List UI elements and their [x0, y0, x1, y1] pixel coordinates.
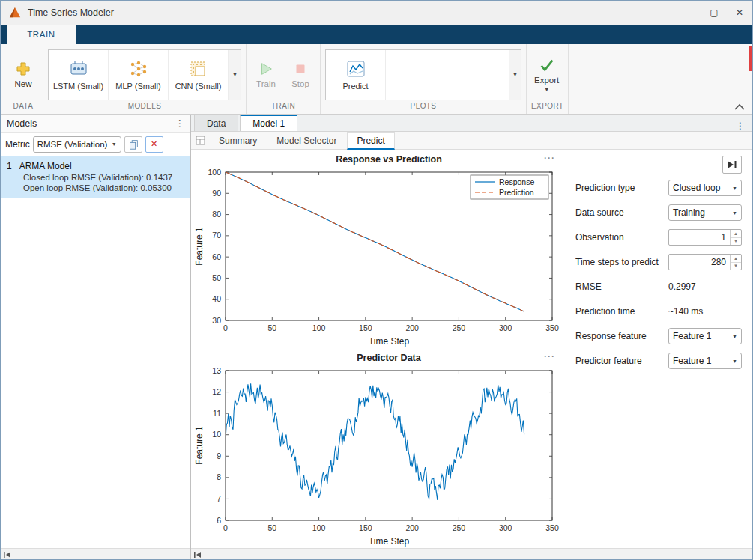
svg-text:40: 40 [212, 294, 221, 303]
subtab-predict[interactable]: Predict [347, 132, 394, 150]
prediction-type-select[interactable]: Closed loop ▼ [668, 180, 742, 196]
metric-select[interactable]: RMSE (Validation) ▼ [33, 136, 121, 153]
collapse-ribbon-button[interactable] [733, 102, 746, 112]
chevron-down-icon: ▼ [512, 72, 518, 77]
prediction-type-value: Closed loop [673, 183, 720, 193]
group-data: New DATA [4, 44, 43, 114]
spin-down-icon[interactable]: ▼ [731, 263, 741, 270]
lstm-icon [69, 59, 88, 79]
svg-text:100: 100 [312, 523, 326, 532]
svg-text:Feature 1: Feature 1 [194, 227, 205, 266]
metric-select-value: RMSE (Validation) [37, 140, 108, 149]
gallery-item-predict[interactable]: Predict [326, 50, 386, 100]
minimize-button[interactable]: – [676, 1, 701, 25]
svg-text:13: 13 [212, 366, 221, 375]
export-button-label: Export [534, 76, 559, 85]
spin-up-icon[interactable]: ▲ [731, 230, 741, 238]
tab-model-1[interactable]: Model 1 [240, 115, 297, 131]
response-feature-value: Feature 1 [673, 331, 711, 341]
train-button[interactable]: Train [251, 59, 281, 90]
chart-options-icon[interactable]: ⋯ [543, 151, 555, 165]
observation-value[interactable]: 1 [669, 230, 730, 245]
time-steps-value[interactable]: 280 [669, 255, 730, 270]
tab-train[interactable]: TRAIN [7, 25, 76, 44]
gallery-item-mlp[interactable]: MLP (Small) [109, 50, 169, 100]
response-feature-row: Response feature Feature 1 ▼ [575, 328, 742, 344]
models-gallery: LSTM (Small) MLP (Small) [48, 49, 241, 100]
document-scrollbar[interactable] [191, 548, 752, 560]
layout-icon[interactable] [196, 136, 205, 145]
svg-text:350: 350 [545, 323, 559, 332]
stop-button[interactable]: Stop [285, 59, 315, 90]
close-button[interactable]: ✕ [727, 1, 752, 25]
chevron-down-icon: ▼ [232, 72, 238, 77]
predictor-feature-label: Predictor feature [575, 356, 668, 366]
predictor-data-plot[interactable]: 050100150200250300350678910111213Time St… [194, 366, 563, 547]
svg-text:350: 350 [545, 523, 559, 532]
document-menu-icon[interactable]: ⋮ [736, 121, 752, 131]
models-panel-scrollbar[interactable] [1, 548, 190, 560]
time-steps-stepper[interactable]: 280 ▲ ▼ [668, 254, 742, 270]
metric-row: Metric RMSE (Validation) ▼ ✕ [1, 133, 190, 156]
models-gallery-dropdown[interactable]: ▼ [229, 50, 241, 100]
stop-button-label: Stop [291, 79, 309, 88]
svg-text:80: 80 [212, 210, 221, 219]
train-button-label: Train [256, 79, 276, 88]
chart-title: Response vs Prediction [336, 154, 442, 165]
svg-text:50: 50 [267, 523, 276, 532]
svg-text:150: 150 [359, 323, 372, 332]
duplicate-model-button[interactable] [124, 136, 142, 153]
chevron-up-icon [734, 103, 745, 111]
observation-stepper[interactable]: 1 ▲ ▼ [668, 229, 742, 246]
svg-text:300: 300 [499, 523, 512, 532]
svg-text:9: 9 [217, 451, 221, 460]
charts-column: Response vs Prediction ⋯ 050100150200250… [191, 150, 566, 548]
group-data-label: DATA [8, 102, 38, 114]
data-source-value: Training [673, 207, 705, 218]
maximize-button[interactable]: ▢ [701, 1, 727, 25]
subtab-model-selector[interactable]: Model Selector [267, 133, 345, 148]
predictor-data-chart: Predictor Data ⋯ 05010015020025030035067… [194, 350, 563, 550]
run-prediction-button[interactable] [722, 156, 742, 174]
models-panel-title: Models [7, 118, 37, 129]
title-bar: Time Series Modeler – ▢ ✕ [1, 1, 752, 25]
svg-text:0: 0 [223, 523, 228, 532]
svg-text:70: 70 [212, 231, 221, 240]
model-index: 1 [7, 161, 12, 171]
group-models-label: MODELS [48, 102, 241, 114]
app-body: Models ⋮ Metric RMSE (Validation) ▼ ✕ [1, 115, 752, 560]
predictor-feature-select[interactable]: Feature 1 ▼ [668, 353, 742, 369]
response-feature-select[interactable]: Feature 1 ▼ [668, 328, 742, 344]
subtab-summary[interactable]: Summary [210, 133, 266, 148]
matlab-logo-icon [8, 7, 22, 19]
prediction-options-panel: Prediction type Closed loop ▼ Data sourc… [566, 150, 752, 548]
prediction-type-row: Prediction type Closed loop ▼ [575, 180, 742, 196]
spin-up-icon[interactable]: ▲ [731, 255, 741, 263]
plots-gallery-dropdown[interactable]: ▼ [509, 50, 521, 100]
svg-text:8: 8 [217, 472, 221, 481]
delete-model-button[interactable]: ✕ [145, 136, 163, 153]
window-controls: – ▢ ✕ [676, 1, 752, 25]
response-vs-prediction-chart: Response vs Prediction ⋯ 050100150200250… [194, 151, 563, 350]
svg-text:Time Step: Time Step [369, 336, 410, 347]
gallery-item-lstm[interactable]: LSTM (Small) [49, 50, 109, 100]
svg-text:12: 12 [212, 387, 221, 396]
stop-icon [292, 61, 309, 77]
gallery-item-label: LSTM (Small) [53, 82, 103, 91]
spin-down-icon[interactable]: ▼ [731, 238, 741, 246]
response-vs-prediction-plot[interactable]: 05010015020025030035030405060708090100Ti… [194, 168, 563, 347]
gallery-item-cnn[interactable]: CNN (Small) [169, 50, 229, 100]
svg-text:200: 200 [405, 323, 419, 332]
predictor-feature-row: Predictor feature Feature 1 ▼ [575, 353, 742, 369]
export-button[interactable]: Export ▼ [531, 55, 562, 94]
predict-plot-icon [346, 59, 366, 79]
data-source-select[interactable]: Training ▼ [668, 204, 742, 221]
tab-data[interactable]: Data [194, 115, 238, 131]
svg-text:Feature 1: Feature 1 [194, 426, 205, 465]
list-item-arma-model[interactable]: 1 ARMA Model Closed loop RMSE (Validatio… [1, 156, 190, 198]
new-button[interactable]: New [8, 59, 38, 90]
chart-options-icon[interactable]: ⋯ [543, 350, 555, 363]
delete-x-icon: ✕ [151, 139, 157, 149]
panel-menu-icon[interactable]: ⋮ [175, 118, 185, 129]
svg-text:300: 300 [499, 323, 512, 332]
